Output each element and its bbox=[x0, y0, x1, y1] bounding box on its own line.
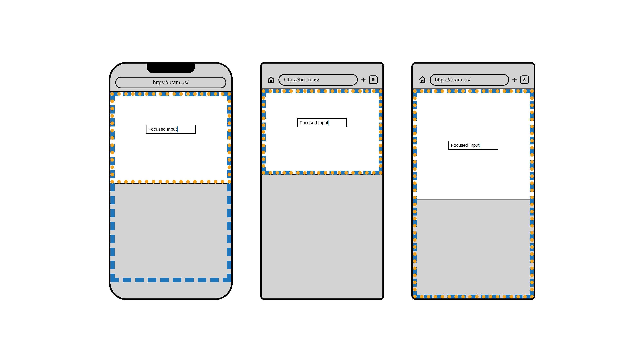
tab-count[interactable]: 5 bbox=[369, 75, 378, 84]
text-cursor bbox=[480, 143, 480, 148]
input-value: Focused Input bbox=[148, 127, 177, 132]
url-text: https://bram.us/ bbox=[284, 77, 319, 83]
input-value: Focused Input bbox=[300, 120, 328, 125]
input-value: Focused Input bbox=[451, 143, 480, 148]
content-area bbox=[110, 92, 231, 184]
url-text: https://bram.us/ bbox=[153, 79, 188, 85]
virtual-keyboard[interactable] bbox=[262, 175, 382, 299]
content-area bbox=[262, 89, 382, 175]
home-icon[interactable] bbox=[418, 75, 427, 84]
text-cursor bbox=[177, 126, 178, 132]
phone-android-overlay: 11:45 https://bram.us/ + 5 Focused Input bbox=[412, 62, 535, 300]
notch bbox=[147, 63, 195, 73]
new-tab-icon[interactable]: + bbox=[512, 74, 517, 85]
home-icon[interactable] bbox=[266, 75, 276, 84]
virtual-keyboard[interactable] bbox=[110, 184, 231, 299]
focused-input[interactable]: Focused Input bbox=[448, 141, 498, 150]
address-bar[interactable]: https://bram.us/ bbox=[430, 74, 509, 86]
focused-input[interactable]: Focused Input bbox=[146, 125, 196, 134]
address-bar[interactable]: https://bram.us/ bbox=[278, 74, 358, 86]
browser-chrome: https://bram.us/ + 5 bbox=[262, 63, 382, 89]
phone-android-resize: 11:45 https://bram.us/ + 5 Focused Input bbox=[260, 62, 384, 300]
url-text: https://bram.us/ bbox=[435, 77, 471, 83]
virtual-keyboard[interactable] bbox=[413, 200, 534, 299]
phone-iphone: 11:45 https://bram.us/ Focused Input bbox=[109, 62, 233, 300]
text-cursor bbox=[328, 120, 329, 125]
address-bar[interactable]: https://bram.us/ bbox=[115, 77, 226, 88]
browser-chrome: https://bram.us/ + 5 bbox=[413, 63, 534, 89]
focused-input[interactable]: Focused Input bbox=[297, 118, 347, 127]
tab-count[interactable]: 5 bbox=[520, 75, 529, 84]
new-tab-icon[interactable]: + bbox=[361, 74, 366, 85]
